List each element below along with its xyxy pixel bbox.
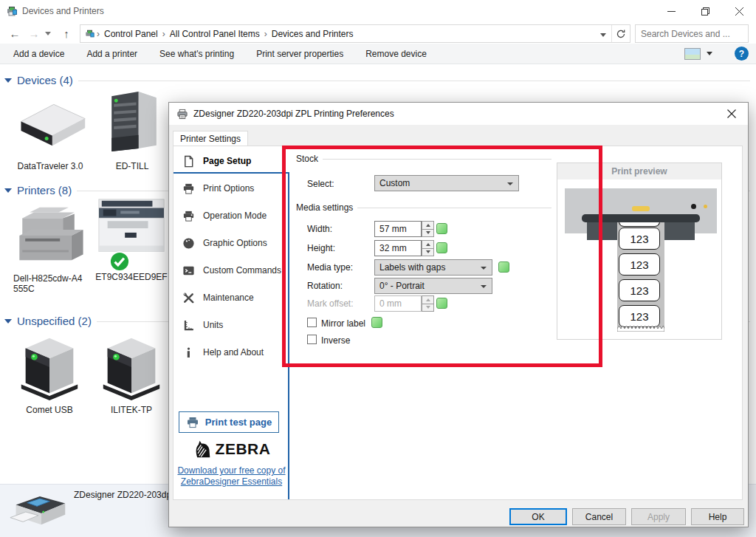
close-button[interactable] xyxy=(722,0,756,22)
nav-item-maintenance[interactable]: Maintenance xyxy=(173,287,288,309)
dialog-title-bar: ZDesigner ZD220-203dpi ZPL Printing Pref… xyxy=(169,103,748,125)
view-thumbnails-icon[interactable] xyxy=(684,48,701,60)
command-toolbar: Add a device Add a printer See what's pr… xyxy=(0,44,756,64)
nav-item-units[interactable]: Units xyxy=(173,314,288,336)
search-box[interactable] xyxy=(635,24,749,43)
width-input[interactable]: 57 mm xyxy=(374,221,422,237)
group-header-devices[interactable]: Devices (4) xyxy=(4,72,750,87)
selected-nav-underline xyxy=(173,172,289,174)
preview-label-strip: 123 123 123 123 xyxy=(617,218,664,330)
device-tile-ilitek[interactable]: ILITEK-TP xyxy=(93,329,170,415)
window-title: Devices and Printers xyxy=(22,6,104,16)
height-spinner[interactable] xyxy=(422,240,434,256)
search-input[interactable] xyxy=(636,28,756,40)
window-controls xyxy=(654,0,756,22)
printer-tile-et9c[interactable]: ET9C934EED9EF xyxy=(90,194,173,282)
width-label: Width: xyxy=(307,224,332,234)
address-dropdown-chevron[interactable] xyxy=(595,29,611,39)
nav-item-help-and-about[interactable]: Help and About xyxy=(173,341,288,363)
view-options-chevron-icon[interactable] xyxy=(707,52,712,55)
height-value: 32 mm xyxy=(379,243,407,253)
refresh-button[interactable] xyxy=(611,25,630,42)
dialog-close-button[interactable] xyxy=(715,103,748,125)
media-type-label: Media type: xyxy=(307,262,353,273)
stock-select-dropdown[interactable]: Custom xyxy=(374,175,519,191)
device-label: DataTraveler 3.0 xyxy=(9,161,92,171)
spin-down[interactable] xyxy=(422,230,434,238)
printer-mfp-grey-icon xyxy=(7,196,92,269)
help-button[interactable]: ? xyxy=(735,47,749,61)
zebradesigner-download-link[interactable]: Download your free copy of ZebraDesigner… xyxy=(173,465,289,488)
chevron-down-icon xyxy=(481,285,487,288)
width-spinner[interactable] xyxy=(422,221,434,237)
up-button[interactable]: ↑ xyxy=(58,24,75,42)
zebra-logo: ZEBRA xyxy=(173,440,289,458)
breadcrumb-control-panel[interactable]: Control Panel xyxy=(101,29,161,39)
media-settings-group-caption: Media settings xyxy=(296,202,551,213)
test-page-label: Print test page xyxy=(205,417,272,428)
rotation-value: 0° - Portrait xyxy=(379,281,425,291)
nav-item-graphic-options[interactable]: Graphic Options xyxy=(173,232,288,254)
nav-item-print-options[interactable]: Print Options xyxy=(173,177,288,199)
collapse-chevron-icon[interactable] xyxy=(4,188,12,193)
explorer-title-bar: Devices and Printers xyxy=(0,0,756,22)
mark-offset-status-button[interactable] xyxy=(436,298,447,309)
nav-label: Print Options xyxy=(203,183,254,194)
nav-label: Maintenance xyxy=(203,293,254,303)
ok-button[interactable]: OK xyxy=(509,508,567,525)
crumb-separator: › xyxy=(95,29,101,39)
print-server-properties-button[interactable]: Print server properties xyxy=(256,49,343,59)
add-printer-button[interactable]: Add a printer xyxy=(86,49,137,59)
history-chevron-icon[interactable] xyxy=(43,24,53,42)
device-tile-datatraveler[interactable]: DataTraveler 3.0 xyxy=(9,86,92,171)
mirror-status-button[interactable] xyxy=(371,317,382,328)
spin-down[interactable] xyxy=(422,249,434,257)
crumb-separator: › xyxy=(263,29,269,39)
nav-item-custom-commands[interactable]: Custom Commands xyxy=(173,259,288,281)
location-icon xyxy=(84,29,95,39)
media-type-status-button[interactable] xyxy=(498,261,509,273)
media-type-dropdown[interactable]: Labels with gaps xyxy=(374,259,492,276)
nav-item-page-setup[interactable]: Page Setup xyxy=(173,150,288,172)
device-label: ET9C934EED9EF xyxy=(90,272,173,282)
spin-up[interactable] xyxy=(422,221,434,230)
maximize-button[interactable] xyxy=(688,0,722,22)
print-test-page-button[interactable]: Print test page xyxy=(179,411,279,433)
breadcrumb-devices-printers[interactable]: Devices and Printers xyxy=(269,29,357,39)
height-input[interactable]: 32 mm xyxy=(374,240,422,256)
printer-mode-icon xyxy=(182,210,195,222)
see-whats-printing-button[interactable]: See what's printing xyxy=(159,49,234,59)
ball-icon xyxy=(182,237,195,250)
selected-printer-icon xyxy=(9,492,69,536)
collapse-chevron-icon[interactable] xyxy=(4,319,12,324)
add-device-button[interactable]: Add a device xyxy=(13,49,64,59)
breadcrumb-all-items[interactable]: All Control Panel Items xyxy=(167,29,263,39)
device-label: Comet USB xyxy=(9,405,90,415)
device-tile-comet-usb[interactable]: Comet USB xyxy=(9,329,90,415)
remove-device-button[interactable]: Remove device xyxy=(365,49,427,59)
forward-button[interactable]: → xyxy=(25,24,43,42)
preview-button-dot xyxy=(691,204,696,209)
back-button[interactable]: ← xyxy=(6,24,24,42)
tab-printer-settings[interactable]: Printer Settings xyxy=(173,131,248,146)
device-tile-ed-till[interactable]: ED-TILL xyxy=(93,86,171,171)
cancel-button[interactable]: Cancel xyxy=(572,508,626,525)
media-type-value: Labels with gaps xyxy=(379,262,445,273)
chevron-down-icon xyxy=(481,267,487,270)
width-status-button[interactable] xyxy=(436,223,447,234)
height-status-button[interactable] xyxy=(436,242,447,253)
nav-item-operation-mode[interactable]: Operation Mode xyxy=(173,205,288,227)
minimize-button[interactable] xyxy=(654,0,688,22)
inverse-checkbox[interactable] xyxy=(307,335,317,344)
printer-tile-dell[interactable]: Dell-H825cdw-A4 555C xyxy=(6,196,93,294)
mark-offset-label: Mark offset: xyxy=(307,298,353,309)
group-label: Unspecified (2) xyxy=(17,315,92,327)
mirror-label-checkbox[interactable] xyxy=(307,318,317,327)
collapse-chevron-icon[interactable] xyxy=(4,78,12,83)
nav-label: Units xyxy=(203,320,223,330)
address-bar[interactable]: › Control Panel › All Control Panel Item… xyxy=(80,24,630,43)
rotation-dropdown[interactable]: 0° - Portrait xyxy=(374,278,492,294)
print-preview-panel: Print preview 123 123 123 123 xyxy=(557,163,722,340)
help-dialog-button[interactable]: Help xyxy=(691,508,744,525)
spin-up[interactable] xyxy=(422,240,434,249)
